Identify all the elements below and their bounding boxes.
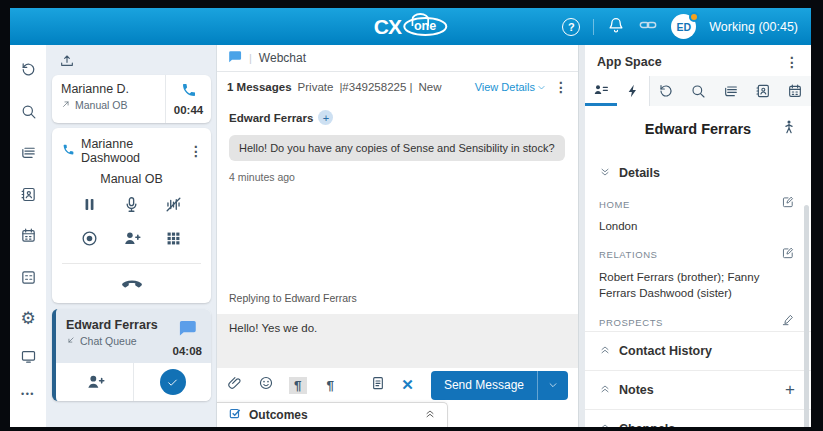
accept-check-button[interactable] [160, 369, 186, 395]
app-window: CX one ? ED Working (00:45) [10, 8, 811, 427]
send-options-chevron-icon[interactable] [538, 371, 568, 400]
edit-icon[interactable] [781, 246, 795, 264]
help-icon[interactable]: ? [562, 18, 580, 36]
edit-pencil-icon[interactable] [781, 313, 795, 331]
chat-card-actions [56, 363, 211, 401]
chat-card-info: Edward Ferrars Chat Queue 04:08 [56, 309, 211, 363]
tab-queue[interactable] [715, 76, 747, 106]
field-prospects: PROSPECTS [585, 302, 811, 331]
section-contact-history-label: Contact History [619, 344, 712, 358]
channel-header: | Webchat [217, 45, 578, 72]
scrollbar-thumb[interactable] [804, 205, 809, 427]
tab-history[interactable] [649, 76, 682, 106]
active-call-name: Marianne Dashwood [81, 137, 183, 165]
chat-add-participant-button[interactable] [56, 363, 134, 401]
settings-gear-icon[interactable]: ⚙ [20, 310, 35, 327]
hangup-button[interactable] [52, 264, 211, 299]
queued-contact-name: Marianne D. [61, 82, 165, 96]
expand-chevrons-icon[interactable] [424, 406, 436, 424]
main-area: ⚙ ••• Marianne D. Manual OB [10, 45, 811, 427]
app-space-tabs [585, 76, 811, 106]
message-timestamp: 4 minutes ago [229, 171, 566, 183]
add-note-icon[interactable]: + [785, 383, 795, 397]
history-icon[interactable] [20, 61, 37, 82]
details-section-header[interactable]: Details [585, 149, 811, 184]
more-options-icon[interactable]: ••• [21, 389, 35, 399]
phone-icon [181, 82, 197, 102]
panel-resize-gutter[interactable] [578, 45, 585, 427]
outcomes-bar[interactable]: Outcomes [217, 402, 448, 427]
tab-customer-card[interactable] [585, 76, 617, 106]
field-home: HOME London [585, 184, 811, 235]
customer-card-header: Edward Ferrars [585, 106, 811, 149]
record-button[interactable] [80, 229, 99, 252]
field-home-label: HOME [599, 199, 630, 210]
section-contact-history[interactable]: Contact History [585, 331, 811, 370]
screen-monitor-icon[interactable] [20, 348, 37, 369]
queued-contact-skill: Manual OB [61, 99, 165, 111]
mute-mic-button[interactable] [122, 195, 141, 218]
notes-clipboard-icon[interactable] [370, 375, 386, 395]
active-call-skill: Manual OB [52, 172, 211, 186]
tab-search[interactable] [682, 76, 714, 106]
logo-cloud: one [403, 17, 447, 36]
queued-contact-timer: 00:44 [174, 104, 203, 116]
privacy-label: Private [298, 81, 334, 93]
queued-contact-info: Marianne D. Manual OB [52, 75, 165, 123]
edit-icon[interactable] [781, 195, 795, 213]
reply-input[interactable]: Hello! Yes we do. [217, 314, 578, 368]
participant-row: Edward Ferrars + [229, 110, 566, 125]
field-relations-value: Robert Ferrars (brother); Fanny Ferrars … [599, 269, 795, 302]
add-participant-chip-icon[interactable]: + [318, 110, 333, 125]
active-call-card: Marianne Dashwood ⋮ Manual OB [52, 128, 211, 303]
emoji-icon[interactable] [258, 375, 274, 395]
call-menu-kebab-icon[interactable]: ⋮ [189, 145, 205, 157]
message-area: Edward Ferrars + Hello! Do you have any … [217, 102, 578, 314]
tab-quick-actions[interactable] [617, 76, 649, 106]
keypad-button[interactable] [164, 229, 183, 252]
participant-name: Edward Ferrars [229, 112, 313, 124]
app-space-panel: App Space ⋮ Edward Ferrars Details [585, 45, 811, 427]
notifications-bell-icon[interactable] [607, 16, 625, 38]
search-icon[interactable] [20, 103, 37, 124]
tab-address-book[interactable] [747, 76, 779, 106]
conversation-kebab-icon[interactable]: ⋮ [554, 81, 568, 93]
hold-pause-button[interactable] [80, 195, 99, 218]
calendar-icon[interactable] [20, 227, 37, 248]
chat-queue-row: Chat Queue [66, 335, 158, 347]
collapse-chevrons-down-icon [599, 164, 611, 182]
queue-icon[interactable] [20, 144, 37, 165]
queued-skill-label: Manual OB [75, 99, 128, 111]
address-book-icon[interactable] [20, 186, 37, 207]
send-message-button[interactable]: Send Message [431, 371, 568, 400]
mask-recording-button[interactable] [164, 195, 183, 218]
section-notes[interactable]: Notes + [585, 370, 811, 409]
field-home-value: London [599, 218, 795, 235]
customer-person-icon[interactable] [781, 119, 797, 139]
inbound-message-bubble: Hello! Do you have any copies of Sense a… [229, 135, 565, 161]
collapse-chevrons-up-icon [599, 420, 611, 427]
section-channels[interactable]: Channels [585, 409, 811, 427]
view-details-link[interactable]: View Details [475, 81, 546, 93]
link-status-icon[interactable] [638, 15, 658, 39]
message-count: 1 Messages [227, 81, 292, 93]
field-relations-row: RELATIONS [599, 246, 795, 264]
upload-icon[interactable] [52, 51, 211, 75]
replying-to-label: Replying to Edward Ferrars [229, 292, 566, 304]
app-space-kebab-icon[interactable]: ⋮ [785, 56, 799, 68]
active-chat-card[interactable]: Edward Ferrars Chat Queue 04:08 [52, 309, 211, 401]
paragraph-ltr-icon[interactable]: ¶ [289, 377, 307, 394]
queued-contact-card[interactable]: Marianne D. Manual OB 00:44 [52, 75, 211, 123]
tab-calendar[interactable] [779, 76, 811, 106]
attachment-icon[interactable] [227, 375, 243, 395]
add-participant-button[interactable] [122, 229, 141, 252]
close-icon[interactable]: ✕ [401, 376, 414, 394]
user-avatar[interactable]: ED [671, 14, 696, 39]
contact-list-panel: Marianne D. Manual OB 00:44 Marianne Das… [46, 45, 216, 427]
schedule-icon[interactable] [20, 269, 37, 290]
details-title: Details [619, 166, 660, 180]
queued-contact-timer-zone: 00:44 [165, 75, 211, 123]
agent-status-label[interactable]: Working (00:45) [709, 20, 798, 34]
paragraph-rtl-icon[interactable]: ¶ [322, 377, 340, 394]
inbound-arrow-icon [66, 335, 76, 347]
